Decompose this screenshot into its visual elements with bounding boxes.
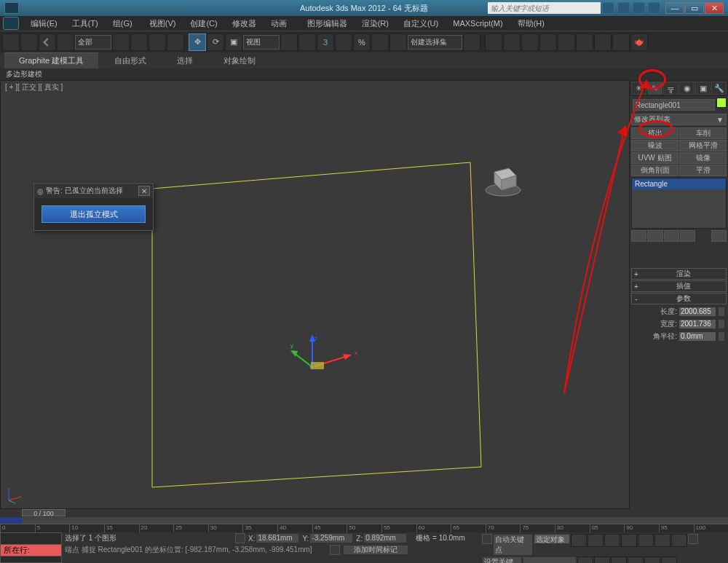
key-filters-selset[interactable]: 选定对象	[534, 534, 570, 544]
meshsmooth-button[interactable]: 网格平滑	[679, 140, 727, 151]
menu-customize[interactable]: 自定义(U)	[396, 17, 446, 31]
show-end-result-icon[interactable]	[647, 230, 662, 242]
application-menu-icon[interactable]	[3, 17, 19, 30]
minimize-button[interactable]: —	[665, 2, 684, 14]
selection-lock-icon[interactable]	[235, 533, 245, 543]
manipulate-icon[interactable]	[298, 34, 316, 51]
width-spinner[interactable]: 2001.736	[678, 319, 716, 329]
menu-edit[interactable]: 编辑(E)	[23, 17, 65, 31]
abs-rel-icon[interactable]	[330, 545, 340, 555]
close-button[interactable]: ✕	[705, 2, 724, 14]
smooth-button[interactable]: 平滑	[679, 165, 727, 176]
use-pivot-icon[interactable]	[280, 34, 298, 51]
angle-snap-icon[interactable]	[335, 34, 352, 51]
z-spinner[interactable]: 0.892mm	[363, 533, 407, 543]
menu-tools[interactable]: 工具(T)	[65, 17, 106, 31]
named-selection-combo[interactable]: 创建选择集	[408, 35, 462, 50]
dialog-close-button[interactable]: ✕	[138, 186, 150, 196]
exit-isolation-button[interactable]: 退出孤立模式	[41, 205, 146, 223]
stack-item-rectangle[interactable]: Rectangle	[632, 178, 726, 189]
graphite-icon[interactable]	[521, 34, 539, 51]
object-name-field[interactable]: Rectangle001	[633, 99, 715, 111]
play-icon[interactable]	[604, 534, 620, 547]
viewport[interactable]: [ + ][ 正交 ][ 真实 ] z x y	[0, 80, 630, 509]
signin-icon[interactable]	[617, 2, 630, 14]
menu-views[interactable]: 视图(V)	[142, 17, 183, 31]
menu-grapheditors[interactable]: 图形编辑器	[300, 17, 355, 31]
goto-end-icon[interactable]	[638, 534, 654, 547]
select-by-name-icon[interactable]	[130, 34, 148, 51]
max-viewport-icon[interactable]	[661, 556, 677, 563]
unlink-icon[interactable]	[57, 34, 74, 51]
tab-freeform[interactable]: 自由形式	[100, 53, 161, 68]
motion-tab-icon[interactable]: ◉	[679, 82, 695, 95]
prev-frame-icon[interactable]	[587, 534, 604, 547]
spinner-arrows-icon[interactable]	[718, 319, 725, 329]
ref-coord-combo[interactable]: 视图	[243, 35, 280, 50]
modifier-stack[interactable]: Rectangle	[631, 178, 727, 229]
edit-named-sel-icon[interactable]	[389, 34, 407, 51]
curve-editor-icon[interactable]	[539, 34, 557, 51]
maximize-button[interactable]: ▭	[685, 2, 704, 14]
select-move-icon[interactable]: ✥	[189, 34, 206, 51]
x-spinner[interactable]: 18.681mm	[256, 533, 299, 543]
spinner-arrows-icon[interactable]	[718, 307, 725, 317]
app-icon[interactable]	[4, 2, 19, 14]
rollout-parameters[interactable]: - 参数	[631, 293, 727, 304]
help-icon[interactable]	[648, 2, 660, 14]
length-spinner[interactable]: 2000.685	[678, 307, 716, 317]
rendered-frame-icon[interactable]	[612, 34, 630, 51]
menu-rendering[interactable]: 渲染(R)	[355, 17, 396, 31]
setkey-large-icon[interactable]	[688, 534, 698, 544]
setkey-button[interactable]: 设置关键点	[482, 556, 522, 563]
tab-objectpaint[interactable]: 对象绘制	[209, 53, 270, 68]
display-tab-icon[interactable]: ▣	[695, 82, 711, 95]
pin-stack-icon[interactable]	[631, 230, 646, 242]
rollout-interpolation[interactable]: + 插值	[631, 280, 727, 292]
add-time-tag-button[interactable]: 添加时间标记	[343, 545, 408, 555]
favorites-icon[interactable]	[633, 2, 645, 14]
zoom-all-icon[interactable]	[611, 556, 627, 563]
bevelprof-button[interactable]: 倒角剖面	[631, 165, 678, 176]
schematic-view-icon[interactable]	[558, 34, 575, 51]
modifier-list-combo[interactable]: 修改器列表▼	[631, 114, 727, 125]
percent-snap-icon[interactable]: %	[353, 34, 371, 51]
select-rotate-icon[interactable]: ⟳	[207, 34, 224, 51]
tab-selection[interactable]: 选择	[162, 53, 207, 68]
viewport-label[interactable]: [ + ][ 正交 ][ 真实 ]	[5, 82, 63, 92]
undo-icon[interactable]	[2, 34, 20, 51]
selection-filter-combo[interactable]: 全部	[75, 35, 111, 50]
object-color-swatch[interactable]	[716, 98, 727, 108]
track-bar[interactable]	[0, 517, 728, 524]
mirror-icon[interactable]	[463, 34, 480, 51]
material-editor-icon[interactable]	[576, 34, 593, 51]
utilities-tab-icon[interactable]: 🔧	[711, 82, 727, 95]
zoom-icon[interactable]	[594, 556, 610, 563]
mini-listener[interactable]: 所在行:	[0, 532, 62, 563]
menu-create[interactable]: 创建(C)	[183, 17, 224, 31]
fov-icon[interactable]	[628, 556, 644, 563]
noise-button[interactable]: 噪波	[631, 140, 678, 151]
goto-start-icon[interactable]	[571, 534, 587, 547]
transform-gizmo[interactable]: z x y	[290, 334, 363, 378]
extrude-button[interactable]: 挤出	[631, 127, 678, 139]
menu-help[interactable]: 帮助(H)	[510, 17, 552, 31]
modify-tab-icon[interactable]: ✎	[647, 82, 662, 95]
select-scale-icon[interactable]: ▣	[225, 34, 242, 51]
create-tab-icon[interactable]: ✳	[631, 82, 646, 95]
render-production-icon[interactable]: 🫖	[630, 34, 648, 51]
align-icon[interactable]	[485, 34, 502, 51]
pan-view-icon[interactable]	[654, 534, 670, 547]
layers-icon[interactable]	[503, 34, 521, 51]
next-frame-icon[interactable]	[621, 534, 637, 547]
help-search-input[interactable]	[488, 2, 601, 14]
lathe-button[interactable]: 车削	[679, 127, 727, 139]
remove-modifier-icon[interactable]	[680, 230, 695, 242]
viewcube[interactable]	[483, 161, 523, 197]
menu-group[interactable]: 组(G)	[106, 17, 142, 31]
autokey-button[interactable]: 自动关键点	[493, 534, 533, 556]
time-slider-handle[interactable]: 0 / 100	[22, 509, 66, 516]
key-lock-icon[interactable]	[482, 534, 492, 544]
spinner-snap-icon[interactable]	[371, 34, 389, 51]
redo-icon[interactable]	[20, 34, 38, 51]
